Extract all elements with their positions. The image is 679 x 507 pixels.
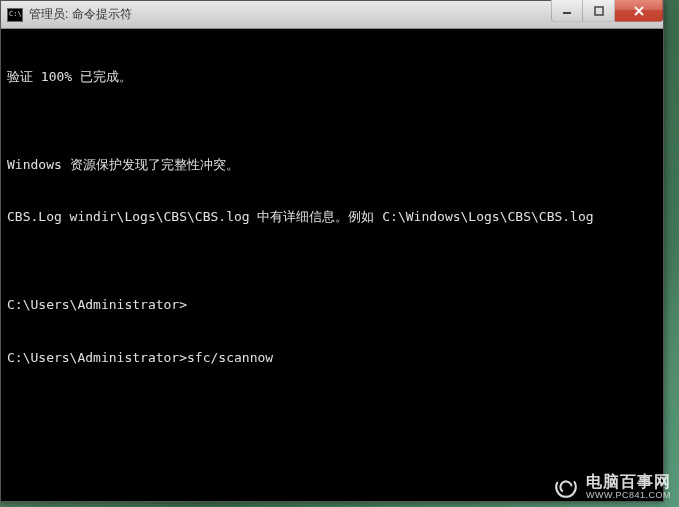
svg-rect-1 (595, 7, 603, 15)
watermark-text: 电脑百事网 WWW.PC841.COM (586, 473, 671, 500)
terminal-line: Windows 资源保护发现了完整性冲突。 (7, 156, 657, 174)
close-button[interactable] (615, 0, 663, 22)
svg-point-5 (558, 479, 574, 495)
maximize-button[interactable] (583, 0, 615, 22)
terminal-line: C:\Users\Administrator>sfc/scannow (7, 349, 657, 367)
svg-point-4 (556, 477, 576, 497)
minimize-button[interactable] (551, 0, 583, 22)
watermark-icon (552, 473, 580, 501)
watermark: 电脑百事网 WWW.PC841.COM (552, 473, 671, 501)
window-title: 管理员: 命令提示符 (29, 6, 132, 23)
watermark-main: 电脑百事网 (586, 473, 671, 491)
titlebar[interactable]: C:\. 管理员: 命令提示符 (1, 1, 663, 29)
window-controls (551, 0, 663, 22)
terminal-line: CBS.Log windir\Logs\CBS\CBS.log 中有详细信息。例… (7, 208, 657, 226)
close-icon (633, 6, 645, 16)
terminal-output[interactable]: 验证 100% 已完成。 Windows 资源保护发现了完整性冲突。 CBS.L… (1, 29, 663, 501)
app-icon: C:\. (7, 8, 23, 22)
maximize-icon (594, 6, 604, 16)
watermark-sub: WWW.PC841.COM (586, 491, 671, 501)
command-prompt-window: C:\. 管理员: 命令提示符 验证 100% 已完成。 Windows 资源保… (0, 0, 664, 502)
minimize-icon (562, 6, 572, 16)
terminal-line: 验证 100% 已完成。 (7, 68, 657, 86)
terminal-line: C:\Users\Administrator> (7, 296, 657, 314)
